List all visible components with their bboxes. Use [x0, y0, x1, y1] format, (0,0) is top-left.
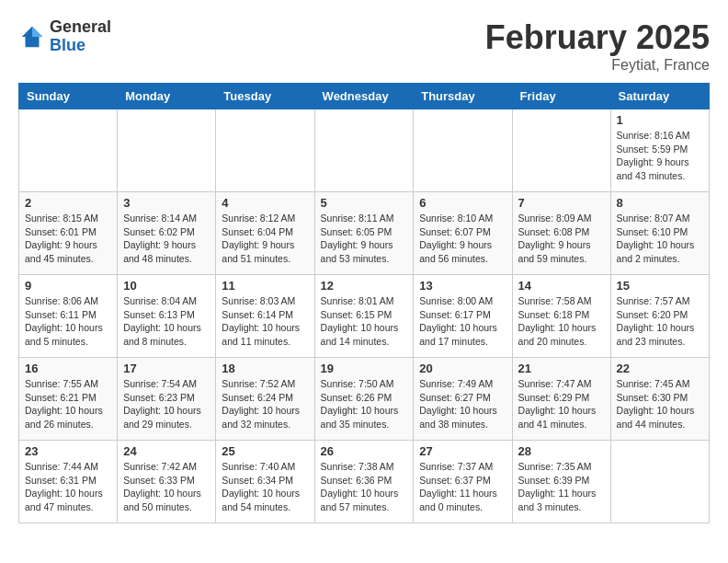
- day-info: Sunrise: 7:49 AMSunset: 6:27 PMDaylight:…: [419, 377, 506, 431]
- day-number: 16: [25, 362, 111, 375]
- day-info: Sunrise: 8:07 AMSunset: 6:10 PMDaylight:…: [617, 212, 703, 266]
- day-info: Sunrise: 8:00 AMSunset: 6:17 PMDaylight:…: [419, 294, 506, 349]
- day-number: 25: [222, 444, 308, 458]
- col-wednesday: Wednesday: [314, 84, 414, 109]
- day-cell: 6 Sunrise: 8:10 AMSunset: 6:07 PMDayligh…: [414, 192, 512, 275]
- day-number: 23: [25, 444, 111, 458]
- day-number: 26: [321, 444, 408, 458]
- col-friday: Friday: [512, 84, 610, 109]
- day-number: 12: [321, 279, 408, 293]
- day-cell: 12 Sunrise: 8:01 AMSunset: 6:15 PMDaylig…: [314, 275, 414, 358]
- logo-text: General Blue: [50, 18, 111, 55]
- day-cell: 3 Sunrise: 8:14 AMSunset: 6:02 PMDayligh…: [118, 192, 216, 275]
- day-cell: 11 Sunrise: 8:03 AMSunset: 6:14 PMDaylig…: [216, 275, 314, 358]
- logo-general-text: General: [50, 18, 111, 37]
- day-number: 4: [222, 196, 308, 210]
- day-number: 9: [25, 279, 111, 293]
- day-info: Sunrise: 8:06 AMSunset: 6:11 PMDaylight:…: [25, 294, 111, 349]
- day-info: Sunrise: 7:47 AMSunset: 6:29 PMDaylight:…: [518, 377, 605, 431]
- day-info: Sunrise: 7:35 AMSunset: 6:39 PMDaylight:…: [518, 460, 605, 514]
- day-info: Sunrise: 7:37 AMSunset: 6:37 PMDaylight:…: [419, 460, 506, 514]
- day-cell: 14 Sunrise: 7:58 AMSunset: 6:18 PMDaylig…: [512, 275, 610, 358]
- location-title: Feytiat, France: [485, 57, 710, 74]
- calendar-header-row: Sunday Monday Tuesday Wednesday Thursday…: [19, 84, 710, 109]
- day-number: 24: [123, 444, 210, 458]
- day-cell: 25 Sunrise: 7:40 AMSunset: 6:34 PMDaylig…: [216, 441, 314, 523]
- week-row-4: 16 Sunrise: 7:55 AMSunset: 6:21 PMDaylig…: [19, 358, 710, 441]
- week-row-1: 1 Sunrise: 8:16 AMSunset: 5:59 PMDayligh…: [19, 109, 710, 192]
- day-info: Sunrise: 7:40 AMSunset: 6:34 PMDaylight:…: [222, 460, 308, 514]
- day-cell: 17 Sunrise: 7:54 AMSunset: 6:23 PMDaylig…: [118, 358, 216, 441]
- logo-blue-text: Blue: [50, 37, 111, 55]
- day-cell: [512, 109, 610, 192]
- day-info: Sunrise: 7:45 AMSunset: 6:30 PMDaylight:…: [617, 377, 703, 431]
- day-cell: [19, 109, 118, 192]
- title-section: February 2025 Feytiat, France: [485, 18, 710, 74]
- day-cell: 23 Sunrise: 7:44 AMSunset: 6:31 PMDaylig…: [19, 441, 118, 523]
- day-info: Sunrise: 7:44 AMSunset: 6:31 PMDaylight:…: [25, 460, 111, 514]
- day-number: 15: [617, 279, 703, 293]
- day-number: 17: [123, 362, 210, 375]
- day-cell: 4 Sunrise: 8:12 AMSunset: 6:04 PMDayligh…: [216, 192, 314, 275]
- svg-marker-1: [32, 27, 42, 37]
- day-number: 7: [518, 196, 605, 210]
- day-number: 1: [617, 113, 703, 127]
- day-cell: 26 Sunrise: 7:38 AMSunset: 6:36 PMDaylig…: [314, 441, 414, 523]
- day-cell: 7 Sunrise: 8:09 AMSunset: 6:08 PMDayligh…: [512, 192, 610, 275]
- day-number: 8: [617, 196, 703, 210]
- day-number: 14: [518, 279, 605, 293]
- logo: General Blue: [18, 18, 111, 55]
- day-number: 21: [518, 362, 605, 375]
- day-number: 11: [222, 279, 308, 293]
- day-number: 5: [321, 196, 408, 210]
- day-info: Sunrise: 7:52 AMSunset: 6:24 PMDaylight:…: [222, 377, 308, 431]
- day-number: 28: [518, 444, 605, 458]
- day-cell: 18 Sunrise: 7:52 AMSunset: 6:24 PMDaylig…: [216, 358, 314, 441]
- day-cell: 19 Sunrise: 7:50 AMSunset: 6:26 PMDaylig…: [314, 358, 414, 441]
- logo-icon: [18, 23, 46, 51]
- day-cell: 13 Sunrise: 8:00 AMSunset: 6:17 PMDaylig…: [414, 275, 512, 358]
- day-cell: 27 Sunrise: 7:37 AMSunset: 6:37 PMDaylig…: [414, 441, 512, 523]
- day-info: Sunrise: 8:10 AMSunset: 6:07 PMDaylight:…: [419, 212, 506, 266]
- day-number: 22: [617, 362, 703, 375]
- week-row-2: 2 Sunrise: 8:15 AMSunset: 6:01 PMDayligh…: [19, 192, 710, 275]
- day-number: 6: [419, 196, 506, 210]
- day-cell: [610, 441, 709, 523]
- day-info: Sunrise: 8:01 AMSunset: 6:15 PMDaylight:…: [321, 294, 408, 349]
- month-title: February 2025: [485, 18, 710, 57]
- day-number: 18: [222, 362, 308, 375]
- day-info: Sunrise: 7:58 AMSunset: 6:18 PMDaylight:…: [518, 294, 605, 349]
- col-sunday: Sunday: [19, 84, 118, 109]
- day-cell: 24 Sunrise: 7:42 AMSunset: 6:33 PMDaylig…: [118, 441, 216, 523]
- day-cell: 28 Sunrise: 7:35 AMSunset: 6:39 PMDaylig…: [512, 441, 610, 523]
- week-row-5: 23 Sunrise: 7:44 AMSunset: 6:31 PMDaylig…: [19, 441, 710, 523]
- day-cell: 10 Sunrise: 8:04 AMSunset: 6:13 PMDaylig…: [118, 275, 216, 358]
- day-cell: [216, 109, 314, 192]
- col-monday: Monday: [118, 84, 216, 109]
- day-info: Sunrise: 8:16 AMSunset: 5:59 PMDaylight:…: [617, 129, 703, 183]
- day-number: 2: [25, 196, 111, 210]
- day-info: Sunrise: 8:14 AMSunset: 6:02 PMDaylight:…: [123, 212, 210, 266]
- col-saturday: Saturday: [610, 84, 709, 109]
- day-info: Sunrise: 7:54 AMSunset: 6:23 PMDaylight:…: [123, 377, 210, 431]
- day-cell: 22 Sunrise: 7:45 AMSunset: 6:30 PMDaylig…: [610, 358, 709, 441]
- week-row-3: 9 Sunrise: 8:06 AMSunset: 6:11 PMDayligh…: [19, 275, 710, 358]
- day-cell: [414, 109, 512, 192]
- day-cell: 21 Sunrise: 7:47 AMSunset: 6:29 PMDaylig…: [512, 358, 610, 441]
- day-cell: [118, 109, 216, 192]
- day-number: 13: [419, 279, 506, 293]
- day-info: Sunrise: 8:15 AMSunset: 6:01 PMDaylight:…: [25, 212, 111, 266]
- day-cell: 2 Sunrise: 8:15 AMSunset: 6:01 PMDayligh…: [19, 192, 118, 275]
- day-info: Sunrise: 7:38 AMSunset: 6:36 PMDaylight:…: [321, 460, 408, 514]
- day-number: 3: [123, 196, 210, 210]
- day-cell: 15 Sunrise: 7:57 AMSunset: 6:20 PMDaylig…: [610, 275, 709, 358]
- day-info: Sunrise: 8:11 AMSunset: 6:05 PMDaylight:…: [321, 212, 408, 266]
- day-cell: 5 Sunrise: 8:11 AMSunset: 6:05 PMDayligh…: [314, 192, 414, 275]
- day-number: 10: [123, 279, 210, 293]
- day-cell: 16 Sunrise: 7:55 AMSunset: 6:21 PMDaylig…: [19, 358, 118, 441]
- calendar: Sunday Monday Tuesday Wednesday Thursday…: [18, 83, 710, 523]
- day-cell: 1 Sunrise: 8:16 AMSunset: 5:59 PMDayligh…: [610, 109, 709, 192]
- day-info: Sunrise: 8:09 AMSunset: 6:08 PMDaylight:…: [518, 212, 605, 266]
- header: General Blue February 2025 Feytiat, Fran…: [18, 18, 710, 74]
- day-cell: [314, 109, 414, 192]
